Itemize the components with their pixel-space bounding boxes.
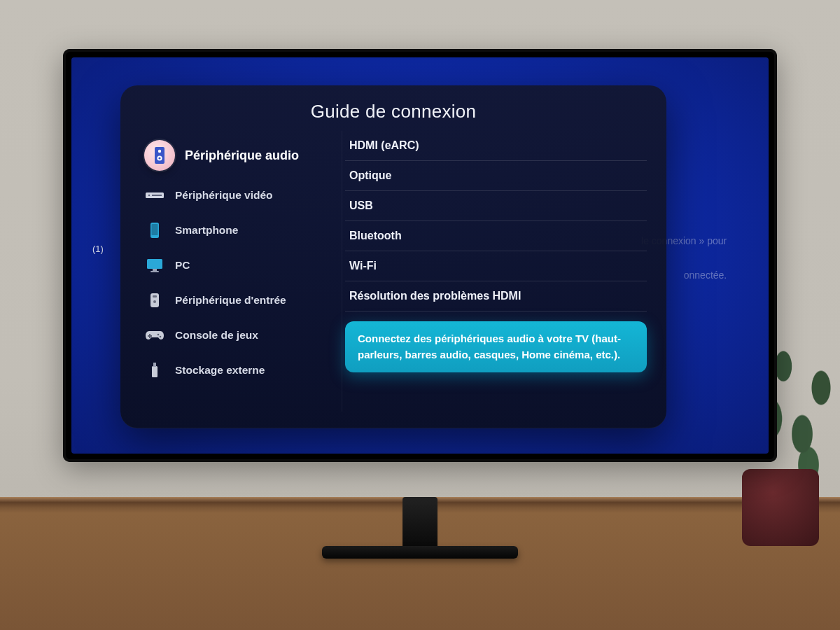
category-video-device[interactable]: Périphérique vidéo xyxy=(140,178,329,212)
svg-point-14 xyxy=(153,300,156,303)
category-audio-device[interactable]: Périphérique audio xyxy=(140,134,329,177)
gamepad-icon xyxy=(144,325,165,346)
category-label: Périphérique d'entrée xyxy=(175,294,286,307)
category-external-storage[interactable]: Stockage externe xyxy=(140,354,329,387)
svg-point-17 xyxy=(158,334,160,336)
monitor-icon xyxy=(144,255,165,276)
connection-options: HDMI (eARC) Optique USB Bluetooth Wi-Fi … xyxy=(342,131,647,412)
footnote-marker: (1) xyxy=(92,244,104,254)
category-pc[interactable]: PC xyxy=(140,248,329,282)
connection-guide-panel: Guide de connexion Périphérique audio Pé… xyxy=(120,85,666,428)
category-label: Smartphone xyxy=(175,224,238,237)
svg-rect-9 xyxy=(147,259,162,269)
svg-rect-13 xyxy=(153,295,157,298)
category-label: Console de jeux xyxy=(175,329,258,342)
svg-rect-20 xyxy=(153,363,156,367)
option-usb[interactable]: USB xyxy=(345,191,647,221)
tv-stand xyxy=(322,497,518,567)
option-optical[interactable]: Optique xyxy=(345,161,647,191)
option-hdmi-troubleshoot[interactable]: Résolution des problèmes HDMI xyxy=(345,281,647,312)
panel-title: Guide de connexion xyxy=(140,101,647,122)
option-wifi[interactable]: Wi-Fi xyxy=(345,251,647,281)
smartphone-icon xyxy=(144,220,165,241)
storage-icon xyxy=(144,360,165,381)
tv-screen: (1) le connexion » pour onnectée. Guide … xyxy=(71,57,769,454)
category-label: Périphérique audio xyxy=(185,148,299,163)
option-bluetooth[interactable]: Bluetooth xyxy=(345,221,647,251)
category-game-console[interactable]: Console de jeux xyxy=(140,318,329,352)
svg-rect-6 xyxy=(152,195,162,196)
svg-rect-11 xyxy=(150,271,159,272)
tip-callout: Connectez des périphériques audio à votr… xyxy=(345,321,647,372)
svg-point-3 xyxy=(158,157,160,159)
input-device-icon xyxy=(144,290,165,311)
category-input-device[interactable]: Périphérique d'entrée xyxy=(140,284,329,317)
svg-rect-8 xyxy=(152,224,158,235)
option-hdmi-earc[interactable]: HDMI (eARC) xyxy=(345,131,647,161)
plant-pot xyxy=(742,469,819,546)
svg-point-1 xyxy=(158,150,161,153)
speaker-icon xyxy=(144,140,175,171)
category-list: Périphérique audio Périphérique vidéo Sm… xyxy=(140,131,329,412)
svg-point-18 xyxy=(160,336,162,338)
tv-frame: (1) le connexion » pour onnectée. Guide … xyxy=(63,49,777,462)
svg-point-5 xyxy=(148,195,150,196)
category-label: Stockage externe xyxy=(175,364,265,377)
category-label: Périphérique vidéo xyxy=(175,189,273,202)
category-smartphone[interactable]: Smartphone xyxy=(140,214,329,247)
svg-rect-10 xyxy=(153,269,157,271)
svg-rect-0 xyxy=(155,147,164,164)
svg-rect-19 xyxy=(152,366,158,377)
category-label: PC xyxy=(175,259,190,272)
video-device-icon xyxy=(144,185,165,206)
svg-rect-16 xyxy=(148,335,152,337)
